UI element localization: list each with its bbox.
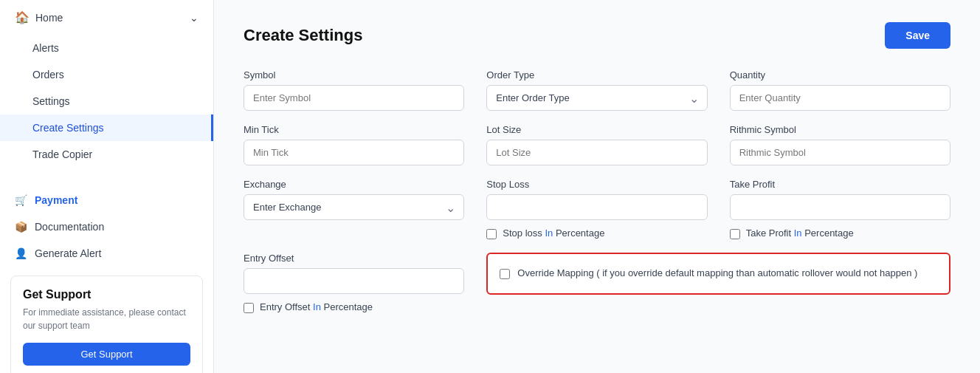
documentation-label: Documentation	[35, 221, 104, 233]
order-type-select-wrapper: Enter Order Type	[486, 85, 707, 111]
exchange-select[interactable]: Enter Exchange	[244, 194, 464, 220]
entry-offset-pct-suffix: Percentage	[324, 301, 373, 312]
take-profit-pct-label: Take Profit In Percentage	[746, 227, 854, 239]
stop-loss-pct-row: Stop loss In Percentage	[486, 227, 707, 239]
take-profit-label: Take Profit	[730, 179, 950, 190]
take-profit-in-text: In	[794, 227, 804, 239]
exchange-group: Exchange Enter Exchange	[244, 179, 464, 220]
main-content: Create Settings Save Symbol Order Type E…	[214, 0, 980, 373]
stop-loss-pct-text: Stop loss	[503, 227, 542, 239]
sidebar-home-item[interactable]: 🏠 Home ⌄	[0, 0, 213, 35]
override-mapping-col: Override Mapping ( if you override defau…	[486, 253, 950, 313]
sidebar-item-payment[interactable]: 🛒 Payment	[0, 187, 213, 213]
stop-loss-pct-label: Stop loss In Percentage	[503, 227, 604, 239]
home-icon: 🏠	[15, 10, 30, 24]
lot-size-group: Lot Size	[486, 124, 707, 165]
lot-size-input[interactable]	[486, 140, 707, 165]
min-tick-input[interactable]	[244, 140, 464, 165]
entry-offset-col: Entry Offset 0 Entry Offset In Percentag…	[244, 253, 464, 313]
form-row-1: Symbol Order Type Enter Order Type Quant…	[244, 69, 950, 111]
entry-offset-pct-row: Entry Offset In Percentage	[244, 301, 464, 313]
support-title: Get Support	[23, 288, 190, 301]
form-row-3: Exchange Enter Exchange Stop Loss 0 Take…	[244, 179, 950, 220]
stop-loss-in-text: In	[545, 227, 555, 239]
stop-loss-input[interactable]: 0	[486, 194, 707, 220]
exchange-label: Exchange	[244, 179, 464, 190]
take-profit-pct-checkbox[interactable]	[730, 229, 740, 239]
override-mapping-text: Override Mapping ( if you override defau…	[517, 266, 917, 281]
min-tick-group: Min Tick	[244, 124, 464, 165]
entry-offset-pct-label: Entry Offset In Percentage	[260, 301, 373, 312]
sidebar-item-generate-alert[interactable]: 👤 Generate Alert	[0, 240, 213, 267]
chevron-down-icon: ⌄	[190, 12, 199, 24]
symbol-group: Symbol	[244, 69, 464, 111]
page-title: Create Settings	[244, 26, 362, 45]
override-mapping-checkbox[interactable]	[500, 269, 510, 279]
support-button[interactable]: Get Support	[23, 343, 190, 366]
quantity-group: Quantity	[730, 69, 950, 111]
sidebar-item-documentation[interactable]: 📦 Documentation	[0, 213, 213, 240]
sidebar-nav: Alerts Orders Settings Create Settings T…	[0, 35, 213, 175]
rithmic-symbol-input[interactable]	[730, 140, 950, 165]
sidebar-item-alerts[interactable]: Alerts	[0, 35, 213, 61]
sidebar-item-orders[interactable]: Orders	[0, 61, 213, 88]
entry-offset-in-text: In	[313, 301, 323, 312]
stop-loss-group: Stop Loss 0	[486, 179, 707, 220]
take-profit-pct-text: Take Profit	[746, 227, 791, 239]
override-mapping-box: Override Mapping ( if you override defau…	[486, 253, 950, 295]
user-icon: 👤	[15, 247, 27, 259]
exchange-select-wrapper: Enter Exchange	[244, 194, 464, 220]
stop-loss-pct-checkbox[interactable]	[486, 229, 497, 239]
payment-label: Payment	[35, 194, 77, 206]
box-icon: 📦	[15, 221, 27, 233]
sidebar-item-settings[interactable]: Settings	[0, 88, 213, 114]
order-type-label: Order Type	[486, 69, 707, 81]
entry-offset-pct-text: Entry Offset	[260, 301, 310, 312]
quantity-label: Quantity	[730, 69, 950, 81]
sidebar-item-trade-copier[interactable]: Trade Copier	[0, 141, 213, 168]
symbol-input[interactable]	[244, 85, 464, 111]
save-button[interactable]: Save	[885, 22, 950, 49]
sidebar-home-label: Home	[35, 12, 63, 24]
form-row-2: Min Tick Lot Size Rithmic Symbol	[244, 124, 950, 165]
take-profit-group: Take Profit 0	[730, 179, 950, 220]
form-row-4: Entry Offset 0 Entry Offset In Percentag…	[244, 253, 950, 313]
lot-size-label: Lot Size	[486, 124, 707, 135]
support-box: Get Support For immediate assistance, pl…	[10, 276, 203, 373]
take-profit-input[interactable]: 0	[730, 194, 950, 220]
rithmic-symbol-label: Rithmic Symbol	[730, 124, 950, 135]
sidebar: 🏠 Home ⌄ Alerts Orders Settings Create S…	[0, 0, 214, 373]
sidebar-item-create-settings[interactable]: Create Settings	[0, 114, 213, 141]
entry-offset-group: Entry Offset 0	[244, 253, 464, 294]
stop-loss-pct-suffix: Percentage	[556, 227, 605, 239]
entry-offset-pct-checkbox[interactable]	[244, 303, 254, 313]
order-type-select[interactable]: Enter Order Type	[486, 85, 707, 111]
stop-loss-label: Stop Loss	[486, 179, 707, 190]
order-type-group: Order Type Enter Order Type	[486, 69, 707, 111]
min-tick-label: Min Tick	[244, 124, 464, 135]
override-label-text: Override Mapping ( if you override defau…	[517, 267, 917, 278]
rithmic-symbol-group: Rithmic Symbol	[730, 124, 950, 165]
take-profit-pct-suffix: Percentage	[804, 227, 854, 239]
cart-icon: 🛒	[15, 194, 27, 206]
generate-alert-label: Generate Alert	[35, 247, 101, 259]
entry-offset-label: Entry Offset	[244, 253, 464, 264]
entry-offset-input[interactable]: 0	[244, 268, 464, 294]
symbol-label: Symbol	[244, 69, 464, 81]
support-text: For immediate assistance, please contact…	[23, 306, 190, 332]
take-profit-pct-row: Take Profit In Percentage	[730, 227, 950, 239]
quantity-input[interactable]	[730, 85, 950, 111]
page-header: Create Settings Save	[244, 22, 950, 49]
form-row-3-checkboxes: Stop loss In Percentage Take Profit In P…	[244, 225, 950, 239]
